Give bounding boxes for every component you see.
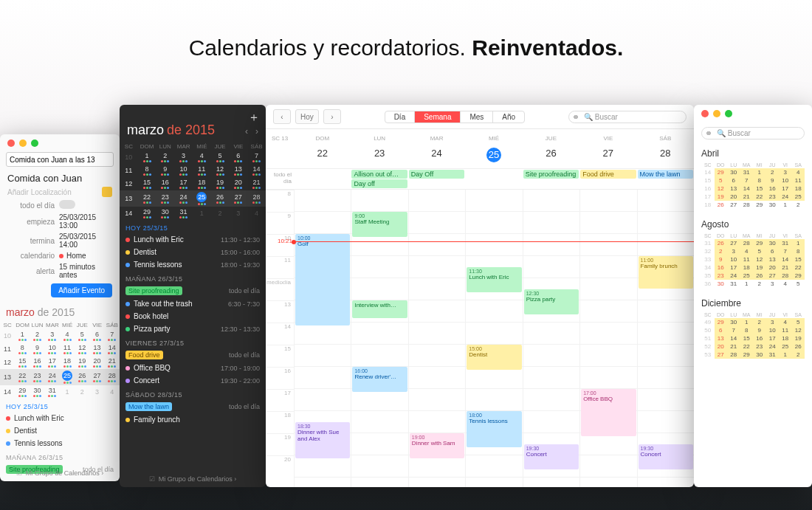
calendar-event[interactable]: 17:00Office BBQ [581, 389, 636, 436]
hero-text: Calendarios y recordatorios. Reinventado… [0, 35, 812, 61]
list-item[interactable]: Mow the lawntodo el día [120, 400, 266, 413]
calendar-event[interactable]: Interview with… [352, 300, 407, 318]
mini-month-header: marzo de 2015 [0, 303, 120, 321]
traffic-lights[interactable] [694, 105, 812, 123]
view-mes[interactable]: Mes [461, 111, 493, 123]
calendar-event[interactable]: 9:00Staff Meeting [352, 212, 407, 237]
list-item[interactable]: Lunch with Eric11:30 - 12:30 [120, 233, 266, 246]
calendar-event[interactable]: 19:30Concert [639, 444, 693, 469]
calendar-event[interactable]: 19:30Concert [524, 444, 579, 469]
list-item[interactable]: Dentist [0, 424, 120, 437]
allday-toggle[interactable] [59, 200, 75, 209]
prev-icon[interactable]: ‹ [273, 109, 291, 124]
next-icon[interactable]: › [323, 109, 341, 124]
calendar-group-footer[interactable]: ☑︎ Mi Grupo de Calendarios › [0, 469, 120, 477]
calendar-event[interactable]: 11:00Family brunch [639, 256, 693, 289]
view-semana[interactable]: Semana [415, 111, 461, 123]
allday-row: todo el díaAllison out of…Day offDay Off… [266, 169, 694, 190]
calendar-event[interactable]: 18:30Dinner with Sue and Alex [295, 422, 350, 458]
view-año[interactable]: Año [493, 111, 524, 123]
prev-month-icon[interactable]: ‹ [245, 126, 248, 137]
calendar-group-footer[interactable]: ☑︎ Mi Grupo de Calendarios › [120, 475, 266, 483]
list-item[interactable]: Lunch with Eric [0, 412, 120, 424]
agenda-today-header: HOY 25/3/15 [0, 399, 120, 412]
current-time-label: 10:21 [266, 238, 292, 244]
mini-calendar[interactable]: SCDOMLUNMARMIÉJUEVIESÁB10123456711891011… [0, 321, 120, 399]
agenda-tomorrow-header: MAÑANA 26/3/15 [120, 271, 266, 284]
ends-value[interactable]: 25/03/2015 14:00 [59, 232, 112, 249]
quick-entry-window: Comida con Juan Añadir Localización todo… [0, 134, 120, 481]
calendar-event[interactable]: 16:00Renew driver'… [352, 367, 407, 392]
list-item[interactable]: Office BBQ17:00 - 19:00 [120, 362, 266, 374]
agenda-tomorrow-header: MAÑANA 26/3/15 [0, 449, 120, 463]
allday-event[interactable]: Allison out of… [351, 170, 407, 179]
list-item[interactable]: Take out the trash6:30 - 7:30 [120, 297, 266, 310]
location-placeholder[interactable]: Añadir Localización [7, 188, 97, 196]
year-month-label[interactable]: Diciembre [701, 297, 805, 311]
add-event-button[interactable]: Añadir Evento [51, 283, 112, 297]
list-item[interactable]: Food drivetodo el día [120, 348, 266, 362]
event-title: Comida con Juan [0, 171, 120, 185]
calendar-event[interactable]: 12:30Pizza party [524, 289, 579, 314]
week-number: SC 13 [266, 129, 294, 168]
current-time-indicator [294, 241, 694, 242]
list-item[interactable]: Dentist15:00 - 16:00 [120, 246, 266, 258]
list-item[interactable]: Book hotel [120, 310, 266, 323]
view-día[interactable]: Día [385, 111, 416, 123]
list-item[interactable]: Concert19:30 - 22:00 [120, 374, 266, 387]
traffic-lights[interactable] [0, 134, 120, 152]
list-item[interactable]: Tennis lessons [0, 437, 120, 449]
mini-calendar-dark[interactable]: SCDOMLUNMARMIÉJUEVIESÁB10123456711891011… [120, 142, 266, 220]
allday-event[interactable]: Day Off [409, 170, 464, 179]
calendar-event[interactable]: 10:00Golf [295, 234, 350, 325]
search-input[interactable]: 🔍 Buscar [701, 127, 805, 139]
year-month-label[interactable]: Agosto [701, 218, 805, 232]
week-day-headers: SC 13DOM22LUN23MAR24MIÉ25JUE26VIE27SÁB28 [266, 129, 694, 169]
list-item[interactable]: Family brunch [120, 413, 266, 426]
calendar-event[interactable]: 18:00Tennis lessons [467, 411, 521, 447]
calendar-event[interactable]: 19:00Dinner with Sam [410, 433, 464, 458]
agenda-today-header: HOY 25/3/15 [120, 220, 266, 233]
week-calendar-window: ‹ Hoy › DíaSemanaMesAño 🔍 Buscar SC 13DO… [266, 105, 694, 487]
week-grid[interactable]: 891011mediodía1314151617181920 10:00Golf… [266, 190, 694, 487]
list-item[interactable]: Pizza party12:30 - 13:30 [120, 323, 266, 335]
agenda-dark-window: ＋ marzode 2015‹› SCDOMLUNMARMIÉJUEVIESÁB… [120, 105, 266, 487]
calendar-event[interactable]: 11:30Lunch with Eric [467, 267, 521, 292]
allday-event[interactable]: Site proofreading [523, 170, 579, 179]
calendar-value[interactable]: Home [59, 252, 112, 260]
allday-event[interactable]: Day off [351, 179, 407, 188]
today-button[interactable]: Hoy [295, 109, 319, 124]
next-month-icon[interactable]: › [255, 126, 258, 137]
calendar-chip-icon [102, 187, 112, 197]
list-item[interactable]: Site proofreadingtodo el día [120, 284, 266, 297]
alert-value[interactable]: 15 minutos antes [59, 263, 112, 279]
list-item[interactable]: Tennis lessons18:00 - 19:30 [120, 258, 266, 271]
allday-event[interactable]: Mow the lawn [638, 170, 693, 179]
starts-value[interactable]: 25/03/2015 13:00 [59, 213, 112, 230]
year-pane-window: 🔍 Buscar AbrilSCDOLUMAMIJUVISA1429303112… [694, 105, 812, 487]
year-month-label[interactable]: Abril [701, 147, 805, 162]
allday-event[interactable]: Food drive [580, 170, 636, 179]
add-icon[interactable]: ＋ [248, 110, 258, 117]
agenda-saturday-header: SÁBADO 28/3/15 [120, 387, 266, 400]
view-segmented-control[interactable]: DíaSemanaMesAño [385, 111, 526, 123]
calendar-event[interactable]: 15:00Dentist [467, 345, 521, 370]
quick-add-input[interactable] [6, 152, 114, 167]
search-input[interactable]: 🔍 Buscar [568, 111, 687, 123]
agenda-friday-header: VIERNES 27/3/15 [120, 335, 266, 348]
